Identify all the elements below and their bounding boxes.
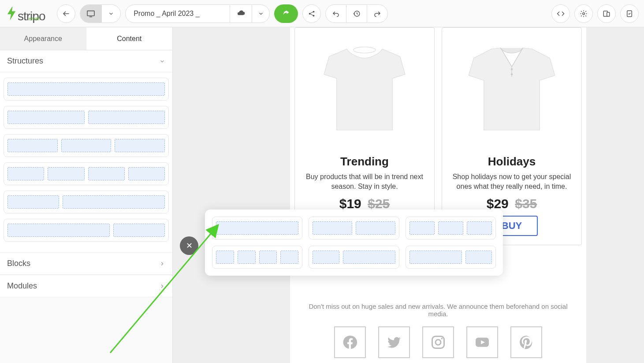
structures-header[interactable]: Structures [0,50,172,72]
modules-section: Modules [0,275,172,297]
product-old-price: $35 [515,196,537,211]
product-title: Trending [300,155,429,168]
product-pricing: $29 $35 [447,196,576,211]
undo-icon [332,10,340,17]
sidebar: Appearance Content Structures Blocks Mod… [0,27,173,363]
undo-button[interactable] [326,5,346,22]
float-structure-left-wide[interactable] [309,246,399,269]
structure-4col[interactable] [4,162,169,185]
logo-subtext: .email [27,16,39,21]
float-structure-2col[interactable] [309,217,399,240]
footer-text: Don't miss out on huge sales and new arr… [290,303,586,318]
save-cloud-button[interactable] [230,4,252,23]
structure-2col[interactable] [4,106,169,129]
history-icon [353,10,361,18]
code-button[interactable] [551,4,570,23]
structure-1col[interactable] [4,78,169,101]
chevron-down-icon [108,11,114,17]
product-image [447,28,576,151]
structures-section: Structures [0,50,172,252]
mobile-preview-button[interactable] [597,4,616,23]
desktop-icon [86,10,95,17]
svg-rect-0 [87,11,94,15]
float-structure-4col[interactable] [212,246,302,269]
product-pricing: $19 $25 [300,196,429,211]
svg-point-1 [309,13,311,15]
structure-2col-left[interactable] [4,191,169,213]
polo-icon [461,37,562,142]
float-structure-right-wide[interactable] [406,246,496,269]
chevron-down-icon [258,11,264,17]
blocks-header[interactable]: Blocks [0,253,172,275]
sidebar-tabs: Appearance Content [0,27,172,50]
svg-point-9 [354,47,376,53]
product-image [300,28,429,151]
clipboard-check-icon [625,10,633,18]
share-button[interactable] [302,4,321,23]
structure-3col[interactable] [4,134,169,157]
product-price: $29 [487,196,509,211]
logo-icon [5,6,18,20]
svg-point-2 [313,11,315,12]
tshirt-icon [314,37,415,142]
save-dropdown[interactable] [252,4,270,23]
svg-point-13 [436,340,441,345]
tab-appearance[interactable]: Appearance [0,27,86,50]
svg-rect-7 [607,12,610,16]
social-row [290,326,586,358]
product-price: $19 [339,196,361,211]
logo[interactable]: stripo .email [5,4,39,23]
svg-point-5 [583,12,585,15]
svg-point-10 [511,68,513,71]
floating-structures-panel[interactable] [205,210,503,276]
instagram-icon [430,334,446,350]
cloud-upload-icon [237,10,246,17]
pinterest-icon [518,334,534,350]
close-panel-button[interactable]: ✕ [180,236,198,255]
title-group [125,4,270,23]
structure-2col-right[interactable] [4,219,169,242]
facebook-icon [342,334,358,350]
twitter-link[interactable] [378,326,410,358]
redo-icon [373,10,381,17]
email-preview[interactable]: Trending Buy products that will be in tr… [290,27,586,363]
view-mode-group [80,4,121,23]
checklist-button[interactable] [620,4,639,23]
history-button[interactable] [346,5,367,22]
share-icon [308,10,316,18]
top-toolbar: stripo .email [0,0,644,27]
back-button[interactable] [57,4,75,23]
tab-content[interactable]: Content [86,27,173,50]
close-icon: ✕ [186,241,193,251]
structures-label: Structures [7,56,43,66]
canvas[interactable]: Trending Buy products that will be in tr… [173,27,644,363]
pinterest-link[interactable] [510,326,542,358]
arrow-left-icon [62,10,70,18]
youtube-link[interactable] [466,326,498,358]
instagram-link[interactable] [422,326,454,358]
view-dropdown[interactable] [102,5,120,22]
svg-point-14 [441,338,443,340]
blocks-section: Blocks [0,252,172,275]
gear-icon [580,10,588,18]
redo-button[interactable] [367,5,387,22]
float-structure-1col[interactable] [212,217,302,240]
settings-button[interactable] [574,4,593,23]
desktop-view-button[interactable] [80,5,102,22]
chevron-down-icon [159,58,165,64]
modules-label: Modules [7,281,37,291]
export-icon [282,10,290,18]
product-description: Shop holidays now to get your special on… [447,172,576,192]
blocks-label: Blocks [7,259,30,268]
float-structure-3col[interactable] [406,217,496,240]
export-button[interactable] [274,4,298,23]
product-description: Buy products that will be in trend next … [300,172,429,192]
modules-header[interactable]: Modules [0,275,172,297]
template-title-input[interactable] [125,4,230,23]
svg-point-3 [313,15,315,16]
code-icon [557,10,565,18]
product-title: Holidays [447,155,576,168]
twitter-icon [386,334,402,350]
facebook-link[interactable] [334,326,366,358]
svg-point-11 [511,73,513,75]
